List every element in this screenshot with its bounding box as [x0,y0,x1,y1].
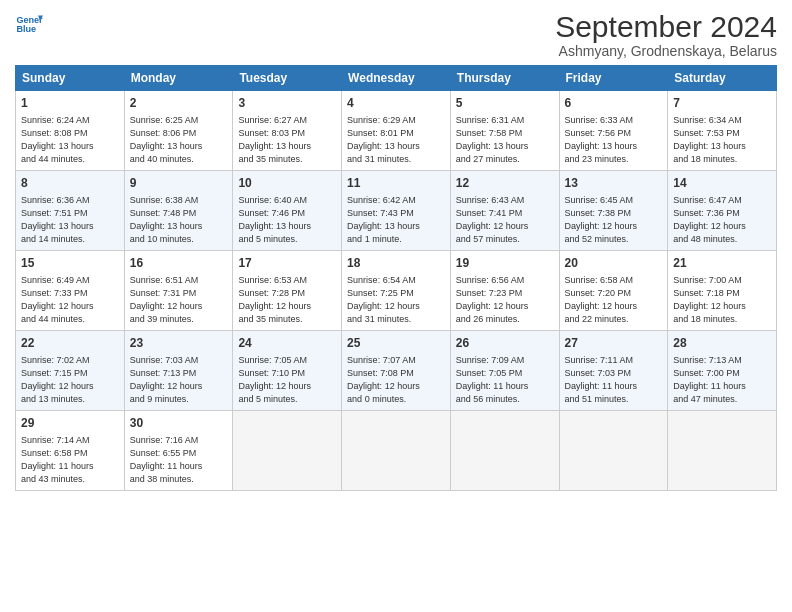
title-block: September 2024 Ashmyany, Grodnenskaya, B… [555,10,777,59]
table-row: 14Sunrise: 6:47 AM Sunset: 7:36 PM Dayli… [668,171,777,251]
page: General Blue September 2024 Ashmyany, Gr… [0,0,792,612]
day-number: 8 [21,175,119,192]
table-row: 11Sunrise: 6:42 AM Sunset: 7:43 PM Dayli… [342,171,451,251]
day-info: Sunrise: 6:43 AM Sunset: 7:41 PM Dayligh… [456,194,554,246]
day-info: Sunrise: 7:03 AM Sunset: 7:13 PM Dayligh… [130,354,228,406]
day-number: 27 [565,335,663,352]
day-info: Sunrise: 6:33 AM Sunset: 7:56 PM Dayligh… [565,114,663,166]
day-info: Sunrise: 7:14 AM Sunset: 6:58 PM Dayligh… [21,434,119,486]
day-info: Sunrise: 6:58 AM Sunset: 7:20 PM Dayligh… [565,274,663,326]
table-row: 7Sunrise: 6:34 AM Sunset: 7:53 PM Daylig… [668,91,777,171]
day-number: 17 [238,255,336,272]
day-number: 10 [238,175,336,192]
calendar-table: Sunday Monday Tuesday Wednesday Thursday… [15,65,777,491]
table-row: 19Sunrise: 6:56 AM Sunset: 7:23 PM Dayli… [450,251,559,331]
table-row: 17Sunrise: 6:53 AM Sunset: 7:28 PM Dayli… [233,251,342,331]
table-row [342,411,451,491]
day-info: Sunrise: 6:54 AM Sunset: 7:25 PM Dayligh… [347,274,445,326]
col-thursday: Thursday [450,66,559,91]
calendar-week-1: 1Sunrise: 6:24 AM Sunset: 8:08 PM Daylig… [16,91,777,171]
day-number: 15 [21,255,119,272]
table-row: 16Sunrise: 6:51 AM Sunset: 7:31 PM Dayli… [124,251,233,331]
table-row: 23Sunrise: 7:03 AM Sunset: 7:13 PM Dayli… [124,331,233,411]
table-row: 21Sunrise: 7:00 AM Sunset: 7:18 PM Dayli… [668,251,777,331]
table-row: 18Sunrise: 6:54 AM Sunset: 7:25 PM Dayli… [342,251,451,331]
table-row [559,411,668,491]
table-row: 29Sunrise: 7:14 AM Sunset: 6:58 PM Dayli… [16,411,125,491]
day-info: Sunrise: 6:34 AM Sunset: 7:53 PM Dayligh… [673,114,771,166]
day-number: 21 [673,255,771,272]
table-row: 24Sunrise: 7:05 AM Sunset: 7:10 PM Dayli… [233,331,342,411]
svg-text:Blue: Blue [16,24,36,34]
day-info: Sunrise: 7:00 AM Sunset: 7:18 PM Dayligh… [673,274,771,326]
day-info: Sunrise: 7:16 AM Sunset: 6:55 PM Dayligh… [130,434,228,486]
day-info: Sunrise: 6:56 AM Sunset: 7:23 PM Dayligh… [456,274,554,326]
day-info: Sunrise: 6:24 AM Sunset: 8:08 PM Dayligh… [21,114,119,166]
day-number: 16 [130,255,228,272]
day-number: 3 [238,95,336,112]
day-info: Sunrise: 6:31 AM Sunset: 7:58 PM Dayligh… [456,114,554,166]
day-info: Sunrise: 6:27 AM Sunset: 8:03 PM Dayligh… [238,114,336,166]
table-row: 4Sunrise: 6:29 AM Sunset: 8:01 PM Daylig… [342,91,451,171]
calendar-week-2: 8Sunrise: 6:36 AM Sunset: 7:51 PM Daylig… [16,171,777,251]
table-row: 28Sunrise: 7:13 AM Sunset: 7:00 PM Dayli… [668,331,777,411]
day-number: 20 [565,255,663,272]
day-number: 25 [347,335,445,352]
header-row: Sunday Monday Tuesday Wednesday Thursday… [16,66,777,91]
table-row: 3Sunrise: 6:27 AM Sunset: 8:03 PM Daylig… [233,91,342,171]
col-wednesday: Wednesday [342,66,451,91]
table-row: 22Sunrise: 7:02 AM Sunset: 7:15 PM Dayli… [16,331,125,411]
logo-icon: General Blue [15,10,43,38]
table-row: 13Sunrise: 6:45 AM Sunset: 7:38 PM Dayli… [559,171,668,251]
day-number: 2 [130,95,228,112]
day-info: Sunrise: 6:45 AM Sunset: 7:38 PM Dayligh… [565,194,663,246]
day-number: 4 [347,95,445,112]
day-info: Sunrise: 6:42 AM Sunset: 7:43 PM Dayligh… [347,194,445,246]
day-number: 5 [456,95,554,112]
month-title: September 2024 [555,10,777,43]
day-number: 12 [456,175,554,192]
day-info: Sunrise: 6:47 AM Sunset: 7:36 PM Dayligh… [673,194,771,246]
table-row: 6Sunrise: 6:33 AM Sunset: 7:56 PM Daylig… [559,91,668,171]
table-row: 12Sunrise: 6:43 AM Sunset: 7:41 PM Dayli… [450,171,559,251]
calendar-week-3: 15Sunrise: 6:49 AM Sunset: 7:33 PM Dayli… [16,251,777,331]
subtitle: Ashmyany, Grodnenskaya, Belarus [555,43,777,59]
day-number: 18 [347,255,445,272]
day-info: Sunrise: 7:13 AM Sunset: 7:00 PM Dayligh… [673,354,771,406]
table-row: 26Sunrise: 7:09 AM Sunset: 7:05 PM Dayli… [450,331,559,411]
day-number: 9 [130,175,228,192]
table-row: 30Sunrise: 7:16 AM Sunset: 6:55 PM Dayli… [124,411,233,491]
day-number: 14 [673,175,771,192]
day-info: Sunrise: 7:09 AM Sunset: 7:05 PM Dayligh… [456,354,554,406]
day-number: 22 [21,335,119,352]
day-info: Sunrise: 6:53 AM Sunset: 7:28 PM Dayligh… [238,274,336,326]
day-info: Sunrise: 6:49 AM Sunset: 7:33 PM Dayligh… [21,274,119,326]
day-number: 13 [565,175,663,192]
day-info: Sunrise: 6:40 AM Sunset: 7:46 PM Dayligh… [238,194,336,246]
table-row: 27Sunrise: 7:11 AM Sunset: 7:03 PM Dayli… [559,331,668,411]
table-row: 20Sunrise: 6:58 AM Sunset: 7:20 PM Dayli… [559,251,668,331]
calendar-week-5: 29Sunrise: 7:14 AM Sunset: 6:58 PM Dayli… [16,411,777,491]
day-info: Sunrise: 7:11 AM Sunset: 7:03 PM Dayligh… [565,354,663,406]
table-row: 15Sunrise: 6:49 AM Sunset: 7:33 PM Dayli… [16,251,125,331]
table-row: 1Sunrise: 6:24 AM Sunset: 8:08 PM Daylig… [16,91,125,171]
day-info: Sunrise: 7:02 AM Sunset: 7:15 PM Dayligh… [21,354,119,406]
col-tuesday: Tuesday [233,66,342,91]
col-friday: Friday [559,66,668,91]
table-row: 25Sunrise: 7:07 AM Sunset: 7:08 PM Dayli… [342,331,451,411]
day-number: 11 [347,175,445,192]
day-number: 6 [565,95,663,112]
day-info: Sunrise: 7:05 AM Sunset: 7:10 PM Dayligh… [238,354,336,406]
table-row [450,411,559,491]
day-info: Sunrise: 6:29 AM Sunset: 8:01 PM Dayligh… [347,114,445,166]
day-number: 7 [673,95,771,112]
table-row: 8Sunrise: 6:36 AM Sunset: 7:51 PM Daylig… [16,171,125,251]
table-row: 5Sunrise: 6:31 AM Sunset: 7:58 PM Daylig… [450,91,559,171]
header: General Blue September 2024 Ashmyany, Gr… [15,10,777,59]
day-number: 30 [130,415,228,432]
day-number: 29 [21,415,119,432]
table-row [233,411,342,491]
day-number: 28 [673,335,771,352]
table-row [668,411,777,491]
day-number: 19 [456,255,554,272]
